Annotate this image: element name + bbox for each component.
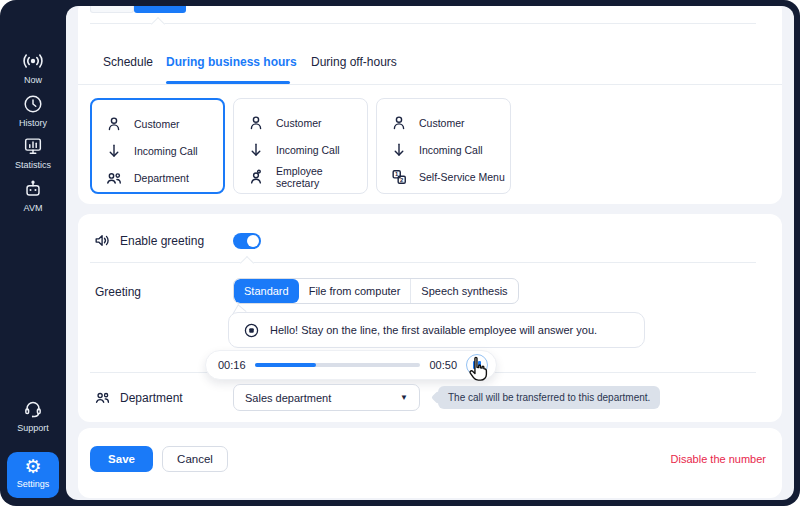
speaker-icon <box>93 231 112 254</box>
person-icon <box>104 114 124 134</box>
scenario-card-self-service-menu[interactable]: Customer Incoming Call 1 2 Self-Service … <box>376 98 511 194</box>
cropped-tab-fragment[interactable] <box>90 6 134 13</box>
group-icon <box>104 168 124 188</box>
arrow-down-icon <box>104 141 124 161</box>
step-label: Self-Service Menu <box>419 171 505 183</box>
svg-text:2: 2 <box>400 176 404 182</box>
greeting-message-bubble: Hello! Stay on the line, the first avail… <box>228 312 645 348</box>
robot-icon <box>22 178 44 200</box>
department-select[interactable]: Sales department ▼ <box>233 384 420 411</box>
menu-numbers-icon: 1 2 <box>389 167 409 187</box>
top-divider <box>90 23 756 24</box>
cancel-button[interactable]: Cancel <box>162 446 228 472</box>
department-label: Department <box>120 391 183 405</box>
greeting-mode-switcher: Standard File from computer Speech synth… <box>233 278 519 304</box>
mode-file-from-computer[interactable]: File from computer <box>299 279 412 303</box>
tab-during-off-hours[interactable]: During off-hours <box>311 55 397 69</box>
sidebar-item-avm[interactable]: AVM <box>0 178 66 213</box>
app-window: Now History Statistics AVM <box>0 0 800 506</box>
sidebar: Now History Statistics AVM <box>0 0 66 506</box>
step-label: Incoming Call <box>419 144 483 156</box>
enable-greeting-label: Enable greeting <box>120 234 204 248</box>
mode-standard[interactable]: Standard <box>234 279 299 303</box>
player-progress-fill <box>255 363 316 367</box>
cropped-tab-fragment-active[interactable] <box>134 6 186 13</box>
step-label: Customer <box>134 118 180 130</box>
pause-icon <box>473 361 476 369</box>
greeting-divider <box>90 262 756 263</box>
person-icon <box>389 113 409 133</box>
sidebar-item-support[interactable]: Support <box>0 398 66 433</box>
person-icon <box>246 113 266 133</box>
arrow-down-icon <box>389 140 409 160</box>
department-icon <box>93 388 112 411</box>
greeting-message-text: Hello! Stay on the line, the first avail… <box>270 324 597 336</box>
tab-during-business-hours[interactable]: During business hours <box>166 55 297 69</box>
sidebar-item-settings[interactable] <box>7 452 59 498</box>
department-hint: The call will be transferred to this dep… <box>438 386 660 409</box>
clock-icon <box>22 93 44 115</box>
operator-icon <box>246 167 266 187</box>
arrow-down-icon <box>246 140 266 160</box>
step-label: Customer <box>276 117 322 129</box>
sidebar-label-support: Support <box>17 423 49 433</box>
sidebar-label-avm: AVM <box>24 203 43 213</box>
greeting-section-label: Greeting <box>95 285 141 299</box>
toggle-knob <box>247 235 259 247</box>
scenario-card-department[interactable]: Customer Incoming Call Department <box>90 98 225 194</box>
headset-icon <box>22 398 44 420</box>
tabs-divider <box>78 84 782 85</box>
department-hint-text: The call will be transferred to this dep… <box>448 392 650 403</box>
monitor-chart-icon <box>22 135 44 157</box>
sidebar-item-statistics[interactable]: Statistics <box>0 135 66 170</box>
sidebar-label-history: History <box>19 118 47 128</box>
record-icon <box>243 322 260 339</box>
pause-button[interactable] <box>466 354 488 376</box>
audio-player: 00:16 00:50 <box>205 350 497 380</box>
sidebar-item-history[interactable]: History <box>0 93 66 128</box>
step-label: Department <box>134 172 189 184</box>
player-progress-track[interactable] <box>255 363 421 367</box>
step-label: Customer <box>419 117 465 129</box>
sidebar-label-statistics: Statistics <box>15 160 51 170</box>
sidebar-item-now[interactable]: Now <box>0 50 66 85</box>
step-label: Incoming Call <box>134 145 198 157</box>
mode-speech-synthesis[interactable]: Speech synthesis <box>411 279 517 303</box>
step-label: Employee secretary <box>276 165 367 189</box>
player-total-time: 00:50 <box>429 359 457 371</box>
pause-icon <box>478 361 481 369</box>
enable-greeting-toggle[interactable] <box>233 233 261 249</box>
player-current-time: 00:16 <box>218 359 246 371</box>
disable-number-link[interactable]: Disable the number <box>671 453 766 465</box>
sidebar-label-now: Now <box>24 75 42 85</box>
broadcast-icon <box>21 50 45 72</box>
tab-schedule[interactable]: Schedule <box>103 55 153 69</box>
department-select-value: Sales department <box>245 392 331 404</box>
chevron-down-icon: ▼ <box>400 393 408 402</box>
save-button[interactable]: Save <box>90 446 153 472</box>
step-label: Incoming Call <box>276 144 340 156</box>
scenario-card-employee-secretary[interactable]: Customer Incoming Call Employee secretar… <box>233 98 368 194</box>
